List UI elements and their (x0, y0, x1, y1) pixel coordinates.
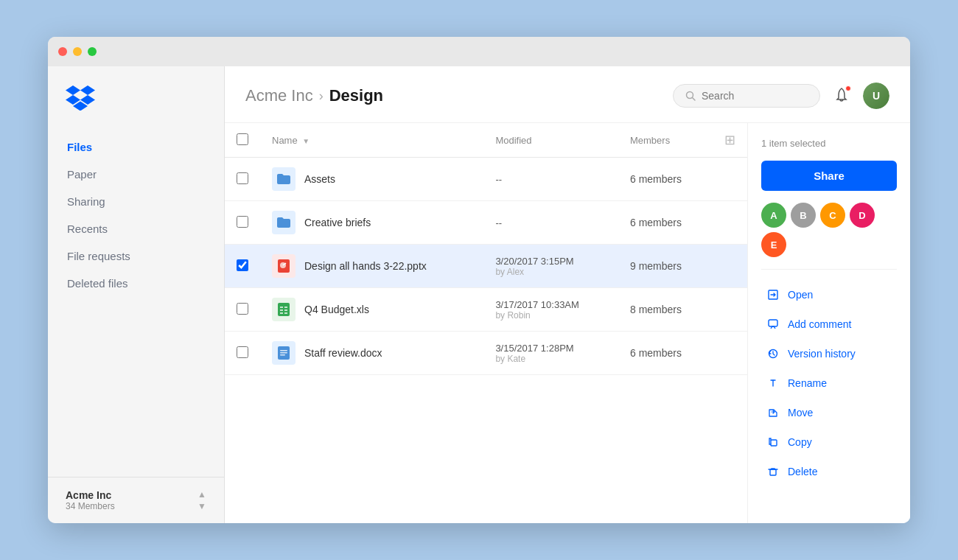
main-header: Acme Inc › Design (225, 66, 910, 123)
share-button[interactable]: Share (761, 161, 897, 191)
table-row[interactable]: Creative briefs -- 6 members (225, 201, 747, 245)
window-body: Files Paper Sharing Recents File request… (48, 66, 910, 523)
modified-by: by Kate (495, 354, 606, 364)
member-avatar[interactable]: C (820, 203, 845, 228)
svg-rect-7 (280, 309, 283, 311)
column-header-name[interactable]: Name ▼ (260, 123, 483, 158)
sidebar-item-recents[interactable]: Recents (57, 216, 215, 242)
header-right: U (673, 83, 889, 109)
selected-count-label: 1 item selected (761, 138, 897, 149)
notifications-button[interactable] (831, 84, 853, 108)
action-label: Version history (788, 348, 856, 360)
svg-rect-5 (280, 307, 283, 308)
file-name: Q4 Budget.xls (304, 304, 369, 315)
row-members-cell: 6 members (618, 158, 713, 201)
comment-icon (766, 317, 780, 332)
row-actions-cell (713, 158, 747, 201)
action-item-version-history[interactable]: Version history (761, 340, 897, 367)
action-item-add-comment[interactable]: Add comment (761, 311, 897, 337)
row-modified-cell: 3/15/2017 1:28PM by Kate (483, 332, 618, 375)
modified-date: -- (495, 174, 606, 185)
sidebar-item-deleted-files[interactable]: Deleted files (57, 270, 215, 296)
members-count: 9 members (630, 260, 682, 272)
copy-icon (766, 435, 780, 449)
row-modified-cell: -- (483, 158, 618, 201)
maximize-dot[interactable] (88, 47, 97, 56)
row-checkbox[interactable] (237, 259, 248, 271)
svg-rect-4 (278, 303, 290, 316)
row-checkbox-cell (225, 332, 260, 375)
file-name: Creative briefs (304, 217, 371, 228)
file-name: Assets (304, 173, 335, 185)
sidebar-item-sharing[interactable]: Sharing (57, 189, 215, 214)
row-checkbox[interactable] (237, 216, 248, 228)
modified-date: 3/17/2017 10:33AM (495, 299, 606, 310)
modified-date: 3/20/2017 3:15PM (495, 256, 606, 267)
file-name: Design all hands 3-22.pptx (304, 260, 427, 272)
open-icon (766, 287, 780, 302)
table-row[interactable]: Design all hands 3-22.pptx 3/20/2017 3:1… (225, 245, 747, 288)
row-modified-cell: 3/20/2017 3:15PM by Alex (483, 245, 618, 288)
sidebar-logo (48, 84, 224, 134)
table-row[interactable]: Assets -- 6 members (225, 158, 747, 201)
select-all-checkbox[interactable] (237, 133, 248, 145)
breadcrumb-separator: › (319, 88, 324, 104)
members-count: 6 members (630, 173, 682, 185)
sidebar-item-files[interactable]: Files (57, 134, 215, 160)
action-item-move[interactable]: Move (761, 399, 897, 426)
view-toggle-icon[interactable]: ⊞ (724, 133, 735, 147)
file-list: Name ▼ Modified Members ⊞ (225, 123, 748, 523)
search-input[interactable] (702, 90, 808, 102)
svg-line-1 (693, 98, 696, 101)
row-checkbox[interactable] (237, 346, 248, 358)
file-type-icon (272, 298, 296, 321)
members-count: 6 members (630, 217, 682, 228)
svg-rect-16 (769, 320, 777, 326)
action-label: Rename (788, 377, 827, 389)
file-type-icon (272, 341, 296, 365)
search-icon (685, 91, 696, 101)
file-type-icon (272, 167, 296, 191)
action-item-open[interactable]: Open (761, 281, 897, 308)
members-count: 6 members (630, 347, 682, 359)
table-row[interactable]: Q4 Budget.xls 3/17/2017 10:33AM by Robin… (225, 288, 747, 332)
action-label: Delete (788, 466, 817, 477)
member-avatar[interactable]: B (791, 203, 816, 228)
member-avatar[interactable]: E (761, 232, 786, 257)
search-box[interactable] (673, 84, 820, 108)
row-checkbox[interactable] (237, 303, 248, 315)
expand-collapse-button[interactable]: ▲ ▼ (197, 489, 206, 511)
right-panel: 1 item selected Share ABCDE Open Add com… (748, 123, 910, 523)
sidebar-footer-info: Acme Inc 34 Members (66, 489, 115, 511)
file-area: Name ▼ Modified Members ⊞ (225, 123, 910, 523)
column-header-modified: Modified (483, 123, 618, 158)
modified-date: -- (495, 217, 606, 228)
member-avatar[interactable]: D (850, 203, 875, 228)
row-name-cell: Staff review.docx (260, 332, 483, 375)
row-actions-cell (713, 201, 747, 245)
svg-rect-13 (280, 352, 287, 354)
select-all-checkbox-header[interactable] (225, 123, 260, 158)
minimize-dot[interactable] (73, 47, 82, 56)
breadcrumb-parent: Acme Inc (245, 86, 313, 105)
action-item-copy[interactable]: Copy (761, 429, 897, 455)
sidebar-item-file-requests[interactable]: File requests (57, 243, 215, 269)
dropbox-logo-icon (66, 84, 95, 111)
svg-rect-12 (280, 350, 287, 351)
member-avatar[interactable]: A (761, 203, 786, 228)
file-table-body: Assets -- 6 members Creative briefs -- 6… (225, 158, 747, 375)
user-avatar[interactable]: U (863, 83, 889, 109)
row-name-cell: Creative briefs (260, 201, 483, 245)
table-row[interactable]: Staff review.docx 3/15/2017 1:28PM by Ka… (225, 332, 747, 375)
row-name-cell: Assets (260, 158, 483, 201)
row-actions-cell (713, 288, 747, 332)
table-header-row: Name ▼ Modified Members ⊞ (225, 123, 747, 158)
close-dot[interactable] (58, 47, 67, 56)
action-item-delete[interactable]: Delete (761, 458, 897, 485)
row-checkbox[interactable] (237, 172, 248, 184)
sidebar-item-paper[interactable]: Paper (57, 161, 215, 187)
breadcrumb: Acme Inc › Design (245, 86, 383, 105)
row-checkbox-cell (225, 245, 260, 288)
breadcrumb-current: Design (329, 86, 383, 105)
action-item-rename[interactable]: Rename (761, 370, 897, 396)
